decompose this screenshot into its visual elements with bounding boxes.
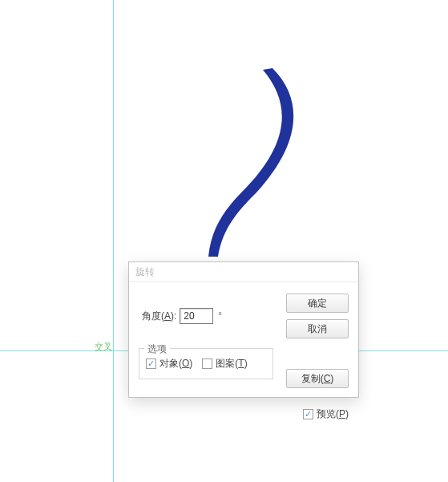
objects-checkbox-label: 对象(O) (159, 357, 192, 371)
copy-button[interactable]: 复制(C) (286, 369, 349, 388)
dialog-buttons-column: 确定 取消 复制(C) ✓ 预览(P) (286, 294, 349, 421)
patterns-checkbox-label: 图案(T) (216, 357, 247, 371)
rotate-dialog: 旋转 角度(A): ° 选项 ✓ 对象(O) ✓ (128, 261, 359, 398)
cancel-button[interactable]: 取消 (286, 319, 349, 338)
button-spacer (286, 345, 349, 363)
dialog-body: 角度(A): ° 选项 ✓ 对象(O) ✓ 图案(T) (129, 282, 358, 431)
degree-symbol: ° (218, 310, 222, 322)
objects-checkbox[interactable]: ✓ 对象(O) (146, 357, 192, 371)
options-groupbox: 选项 ✓ 对象(O) ✓ 图案(T) (139, 348, 273, 379)
patterns-checkbox[interactable]: ✓ 图案(T) (202, 357, 247, 371)
checkbox-icon: ✓ (146, 358, 156, 369)
smartguide-intersection-label: 交叉 (95, 341, 112, 353)
checkbox-icon: ✓ (202, 358, 212, 369)
dialog-title: 旋转 (129, 262, 358, 282)
preview-checkbox-label: 预览(P) (317, 407, 349, 421)
preview-checkbox[interactable]: ✓ 预览(P) (286, 407, 349, 421)
checkbox-icon: ✓ (303, 409, 313, 419)
guide-vertical[interactable] (113, 0, 114, 482)
ok-button[interactable]: 确定 (286, 294, 349, 313)
artboard: 交叉 旋转 角度(A): ° 选项 ✓ 对象(O) (0, 0, 448, 482)
selected-path (208, 68, 313, 269)
options-legend: 选项 (144, 342, 170, 356)
angle-row: 角度(A): ° (142, 308, 273, 324)
angle-label: 角度(A): (142, 310, 176, 323)
dialog-left-column: 角度(A): ° 选项 ✓ 对象(O) ✓ 图案(T) (139, 294, 273, 421)
angle-input[interactable] (180, 308, 213, 324)
